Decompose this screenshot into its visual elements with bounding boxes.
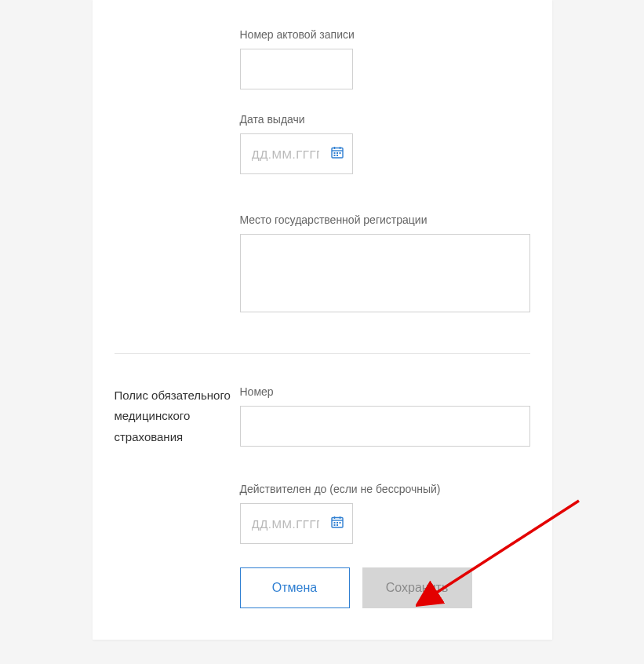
valid-until-input[interactable] — [240, 503, 353, 544]
form-card: Номер актовой записи Дата выдачи — [93, 0, 552, 640]
valid-until-label: Действителен до (если не бессрочный) — [240, 483, 530, 495]
insurance-number-input[interactable] — [240, 406, 530, 447]
insurance-number-label: Номер — [240, 385, 530, 398]
cancel-button[interactable]: Отмена — [240, 567, 350, 608]
registration-place-input[interactable] — [240, 234, 530, 312]
record-number-label: Номер актовой записи — [240, 28, 530, 41]
record-number-input[interactable] — [240, 49, 353, 89]
registration-place-label: Место государственной регистрации — [240, 213, 530, 226]
insurance-section-title: Полис обязательного медицинского страхов… — [115, 385, 240, 447]
issue-date-label: Дата выдачи — [240, 113, 530, 126]
issue-date-input[interactable] — [240, 133, 353, 174]
save-button[interactable]: Сохранить — [362, 567, 472, 608]
section-divider — [115, 353, 530, 354]
